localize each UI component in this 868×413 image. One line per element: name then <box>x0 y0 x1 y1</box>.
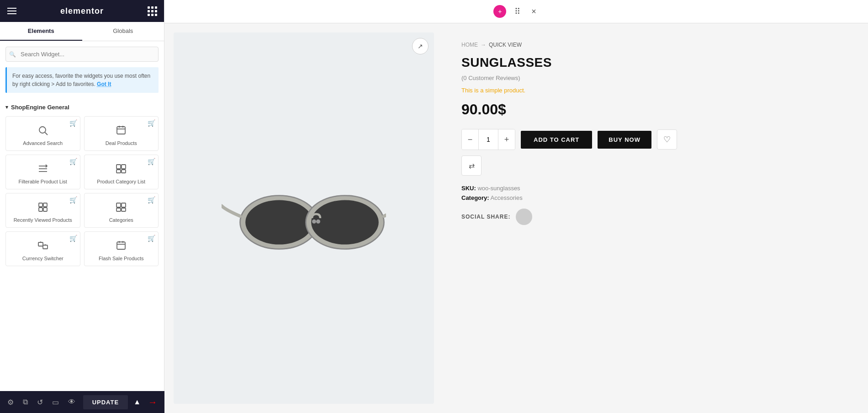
svg-rect-17 <box>116 203 121 207</box>
main-content: + ⠿ × ↗ <box>164 0 868 413</box>
sidebar-content: ShopEngine General 🛒 Advanced Search 🛒 <box>0 98 164 413</box>
widget-label: Filterable Product List <box>19 179 67 184</box>
widget-badge: 🛒 <box>69 196 77 204</box>
chevron-up-icon[interactable]: ▲ <box>133 398 141 406</box>
category-value[interactable]: Accessories <box>491 194 523 201</box>
svg-rect-18 <box>122 203 126 207</box>
widget-product-category-list[interactable]: 🛒 Product Category List <box>84 155 159 189</box>
settings-icon[interactable]: ⚙ <box>7 398 14 407</box>
widget-categories[interactable]: 🛒 Categories <box>84 193 159 228</box>
compare-button[interactable]: ⇄ <box>461 156 482 176</box>
svg-rect-16 <box>43 208 47 211</box>
move-element-button[interactable]: ⠿ <box>512 4 523 19</box>
tab-elements[interactable]: Elements <box>0 22 82 41</box>
sku-label: SKU: <box>461 185 476 192</box>
breadcrumb-home[interactable]: HOME <box>461 42 478 48</box>
sidebar-tabs: Elements Globals <box>0 22 164 41</box>
widget-badge: 🛒 <box>148 235 155 242</box>
widget-badge: 🛒 <box>148 158 155 165</box>
category-label: Category: <box>461 194 489 201</box>
svg-rect-9 <box>116 165 121 169</box>
svg-rect-11 <box>116 170 121 173</box>
svg-rect-20 <box>122 208 126 211</box>
advanced-search-icon <box>37 124 48 137</box>
deal-products-icon <box>116 124 127 137</box>
widget-label: Product Category List <box>97 179 145 184</box>
breadcrumb-current: QUICK VIEW <box>489 42 522 48</box>
close-element-button[interactable]: × <box>529 4 539 19</box>
svg-point-34 <box>316 220 320 224</box>
buy-now-button[interactable]: BUY NOW <box>598 131 651 149</box>
grid-icon[interactable] <box>148 6 157 16</box>
top-toolbar: + ⠿ × <box>164 0 868 23</box>
got-it-link[interactable]: Got It <box>97 81 111 87</box>
product-title: SUNGLASSES <box>461 55 850 70</box>
wishlist-button[interactable]: ♡ <box>657 129 677 150</box>
plus-icon: + <box>498 8 502 15</box>
info-box: For easy access, favorite the widgets yo… <box>5 67 159 93</box>
filterable-icon <box>37 162 48 175</box>
search-bar-container <box>0 41 164 67</box>
svg-rect-12 <box>122 170 126 173</box>
category-list-icon <box>116 162 127 175</box>
product-price: 90.00$ <box>461 101 850 118</box>
elementor-logo: elementor <box>60 6 104 16</box>
bottom-bar: ⚙ ⧉ ↺ ▭ 👁 UPDATE ▲ → <box>0 391 164 413</box>
product-details: HOME → QUICK VIEW SUNGLASSES (0 Customer… <box>443 23 868 413</box>
social-share-row: SOCIAL SHARE: <box>461 209 850 225</box>
widget-advanced-search[interactable]: 🛒 Advanced Search <box>5 116 80 151</box>
layers-icon[interactable]: ⧉ <box>23 398 28 406</box>
widget-flash-sale[interactable]: 🛒 Flash Sale Products <box>84 231 159 266</box>
svg-rect-25 <box>117 242 125 249</box>
widget-label: Categories <box>109 217 133 223</box>
social-share-label: SOCIAL SHARE: <box>461 214 510 220</box>
widget-recently-viewed[interactable]: 🛒 Recently Viewed Products <box>5 193 80 228</box>
widgets-grid: 🛒 Advanced Search 🛒 <box>5 116 159 266</box>
tab-globals[interactable]: Globals <box>82 22 164 41</box>
category-row: Category: Accessories <box>461 194 850 201</box>
svg-rect-2 <box>117 127 125 134</box>
quantity-decrease-button[interactable]: − <box>462 129 478 150</box>
sku-value: woo-sunglasses <box>477 185 520 192</box>
widget-label: Advanced Search <box>23 140 63 146</box>
svg-line-1 <box>45 133 48 135</box>
product-reviews: (0 Customer Reviews) <box>461 75 850 81</box>
product-image <box>222 168 386 268</box>
widget-label: Currency Switcher <box>22 256 64 261</box>
svg-rect-15 <box>39 208 42 211</box>
widget-label: Recently Viewed Products <box>14 217 72 223</box>
responsive-icon[interactable]: ▭ <box>52 398 59 407</box>
expand-button[interactable]: ↗ <box>412 38 429 54</box>
svg-point-33 <box>312 220 316 224</box>
widget-deal-products[interactable]: 🛒 Deal Products <box>84 116 159 151</box>
section-title-shopengine[interactable]: ShopEngine General <box>5 104 159 111</box>
widget-filterable-product-list[interactable]: 🛒 Filterable Product List <box>5 155 80 189</box>
arrow-indicator: → <box>148 397 157 408</box>
svg-rect-13 <box>39 203 42 207</box>
product-description: This is a simple product. <box>461 87 850 94</box>
svg-rect-22 <box>43 245 48 249</box>
widget-currency-switcher[interactable]: 🛒 Currency Switcher <box>5 231 80 266</box>
add-to-cart-button[interactable]: ADD TO CART <box>521 131 592 149</box>
widget-label: Deal Products <box>106 140 137 146</box>
quantity-increase-button[interactable]: + <box>498 129 515 150</box>
preview-area: ↗ <box>164 23 868 413</box>
categories-icon <box>116 201 127 214</box>
currency-icon <box>37 239 48 252</box>
update-button[interactable]: UPDATE <box>83 395 128 409</box>
search-input[interactable] <box>5 47 159 62</box>
bottom-icons: ⚙ ⧉ ↺ ▭ 👁 <box>7 398 75 407</box>
sidebar-header: elementor <box>0 0 164 22</box>
product-image-area: ↗ <box>174 32 434 404</box>
add-element-button[interactable]: + <box>493 5 506 18</box>
eye-icon[interactable]: 👁 <box>68 398 75 406</box>
widget-badge: 🛒 <box>69 158 77 165</box>
quantity-value: 1 <box>478 129 498 150</box>
history-icon[interactable]: ↺ <box>37 398 43 407</box>
hamburger-icon[interactable] <box>7 8 16 14</box>
svg-point-32 <box>311 200 379 244</box>
close-icon: × <box>531 7 536 16</box>
svg-rect-19 <box>116 208 121 211</box>
sidebar: elementor Elements Globals For easy acce… <box>0 0 164 413</box>
share-icon[interactable] <box>516 209 532 225</box>
